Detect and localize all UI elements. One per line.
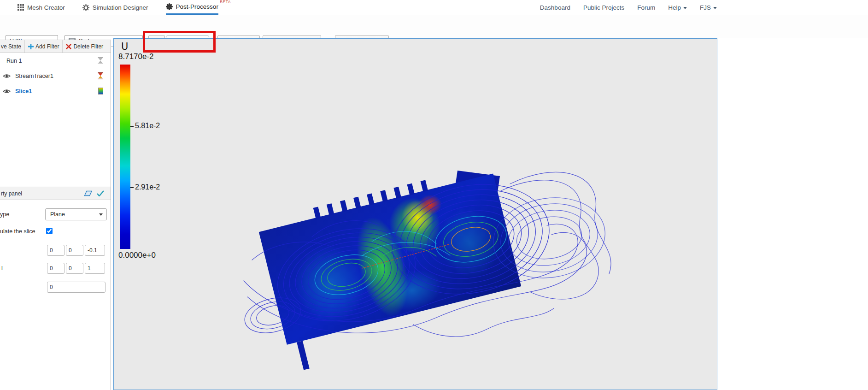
tab-mesh-creator[interactable]: Mesh Creator	[18, 0, 65, 15]
link-dashboard[interactable]: Dashboard	[540, 4, 570, 11]
slice-type-select[interactable]: Plane	[45, 208, 107, 220]
tree-item-label: Slice1	[15, 88, 32, 95]
chevron-down-icon	[683, 7, 687, 9]
filter-tree: Run 1 StreamTracer1	[0, 53, 111, 187]
legend-tick	[130, 126, 134, 127]
visibility-eye-icon[interactable]	[3, 89, 11, 94]
calculate-slice-checkbox[interactable]	[46, 228, 53, 234]
cfd-scene	[114, 39, 717, 390]
slice-plane	[256, 164, 528, 372]
legend-max-value: 8.7170e-2	[118, 52, 154, 61]
tab-simulation-designer[interactable]: Simulation Designer	[82, 0, 148, 15]
property-panel-header: rty panel	[0, 187, 111, 200]
x-icon	[66, 44, 71, 49]
menu-user-label: FJS	[700, 4, 711, 11]
hourglass-icon	[98, 57, 103, 64]
app-tabs: Mesh Creator Simulation Designer	[18, 0, 218, 15]
normal-label: l	[1, 265, 3, 272]
slice-plane-icon[interactable]	[84, 190, 92, 196]
legend-title: U	[121, 41, 128, 52]
grid-icon	[18, 4, 24, 11]
tree-item-slice[interactable]: Slice1	[0, 83, 111, 99]
offset-input[interactable]	[47, 282, 106, 293]
render-viewport[interactable]: U 8.7170e-2 5.81e-2 2.91e-2 0.0000e+0	[113, 38, 717, 390]
gear-icon	[82, 4, 89, 11]
delete-filter-label: Delete Filter	[73, 43, 103, 50]
add-filter-label: Add Filter	[35, 43, 59, 50]
link-public-projects[interactable]: Public Projects	[583, 4, 624, 11]
origin-x-input[interactable]	[47, 245, 65, 256]
save-state-label: ve State	[1, 43, 21, 50]
add-filter-button[interactable]: Add Filter	[25, 40, 63, 53]
apply-check-icon[interactable]	[97, 190, 104, 196]
save-state-button[interactable]: ve State	[0, 40, 25, 53]
normal-z-input[interactable]	[85, 263, 105, 274]
filter-toolbar: ve State Add Filter Delete Filter	[0, 40, 111, 53]
origin-z-input[interactable]	[85, 245, 105, 256]
delete-filter-button[interactable]: Delete Filter	[63, 40, 106, 53]
slice-back-plate	[454, 171, 500, 201]
colorbar-icon	[98, 88, 103, 95]
streamtracer-status-icon	[98, 72, 103, 79]
normal-x-input[interactable]	[47, 263, 65, 274]
legend-tick-value: 2.91e-2	[135, 183, 160, 191]
top-navigation: Mesh Creator Simulation Designer	[0, 0, 868, 15]
normal-y-input[interactable]	[66, 263, 83, 274]
chevron-down-icon	[99, 213, 103, 216]
streamlines	[241, 171, 611, 338]
seed-line	[362, 244, 449, 268]
calculate-slice-label: ulate the slice	[0, 228, 35, 235]
legend-tick-value: 5.81e-2	[135, 122, 160, 130]
link-forum[interactable]: Forum	[637, 4, 655, 11]
tree-item-label: Run 1	[6, 58, 22, 64]
site-links: Dashboard Public Projects Forum Help FJS	[540, 0, 717, 15]
legend-min-value: 0.0000e+0	[118, 251, 156, 260]
tab-post-processor[interactable]: Post-Processor BETA	[166, 0, 218, 15]
type-label: ype	[0, 211, 9, 218]
visibility-eye-icon[interactable]	[3, 73, 11, 79]
property-panel-title: rty panel	[0, 190, 22, 197]
menu-help[interactable]: Help	[668, 4, 687, 11]
chevron-down-icon	[713, 7, 717, 9]
flower-icon	[166, 3, 173, 10]
tree-item-run[interactable]: Run 1	[0, 53, 111, 68]
tab-label: Post-Processor	[176, 3, 218, 10]
menu-help-label: Help	[668, 4, 681, 11]
tree-item-streamtracer[interactable]: StreamTracer1	[0, 68, 111, 83]
slice-type-value: Plane	[50, 211, 65, 218]
origin-y-input[interactable]	[66, 245, 83, 256]
color-legend-bar	[120, 65, 130, 249]
tab-label: Mesh Creator	[27, 4, 65, 11]
tree-item-label: StreamTracer1	[15, 73, 53, 79]
menu-user[interactable]: FJS	[700, 4, 717, 11]
post-processor-toolbar: U [3] Surface Rescale Viewport Tool	[0, 15, 868, 38]
beta-badge: BETA	[220, 0, 231, 4]
panel-divider	[111, 40, 111, 390]
tab-label: Simulation Designer	[93, 4, 148, 11]
plus-icon	[28, 44, 34, 49]
legend-tick	[130, 187, 134, 188]
